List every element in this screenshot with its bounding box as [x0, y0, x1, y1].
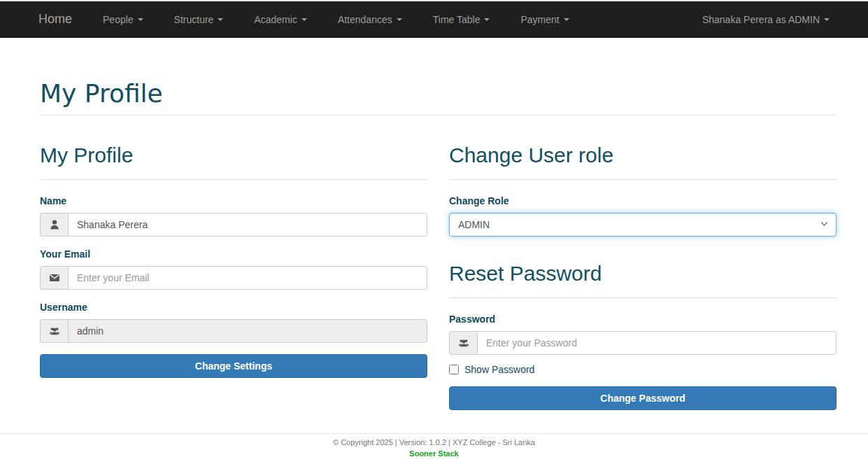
content-row: My Profile Name Your Email — [40, 143, 837, 410]
password-input[interactable] — [477, 331, 837, 355]
name-input[interactable] — [68, 213, 427, 237]
nav-menu: People Structure Academic Attendances Ti… — [83, 14, 580, 25]
show-password-checkbox[interactable] — [449, 365, 459, 374]
nav-item-label: Time Table — [433, 14, 481, 25]
username-label: Username — [40, 302, 427, 313]
name-label: Name — [40, 195, 427, 206]
main-navbar: Home People Structure Academic Attendanc… — [0, 1, 868, 38]
role-section-title: Change User role — [449, 143, 837, 167]
username-input-group — [40, 319, 427, 343]
profile-section-title: My Profile — [40, 143, 427, 167]
users-icon — [449, 331, 477, 355]
caret-down-icon — [824, 18, 830, 21]
caret-down-icon — [218, 18, 223, 21]
profile-section-divider — [40, 179, 427, 180]
envelope-icon — [40, 266, 68, 290]
email-input[interactable] — [68, 266, 427, 290]
users-icon — [40, 319, 68, 343]
page-title-divider — [40, 115, 837, 115]
caret-down-icon — [138, 18, 143, 21]
nav-item-label: Structure — [174, 14, 214, 25]
password-label: Password — [449, 314, 837, 325]
caret-down-icon — [564, 18, 569, 21]
show-password-row: Show Password — [449, 364, 837, 375]
user-menu-label: Shanaka Perera as ADMIN — [702, 14, 820, 25]
nav-item-payment[interactable]: Payment — [510, 14, 579, 25]
profile-column: My Profile Name Your Email — [40, 143, 427, 410]
reset-password-section-title: Reset Password — [449, 262, 837, 285]
role-select-wrap: ADMIN — [449, 213, 837, 237]
page-container: My Profile My Profile Name Your Email — [40, 80, 837, 410]
nav-item-academic[interactable]: Academic — [243, 14, 317, 25]
name-input-group — [40, 213, 427, 237]
nav-item-structure[interactable]: Structure — [164, 14, 234, 25]
caret-down-icon — [397, 18, 402, 21]
role-select[interactable]: ADMIN — [449, 213, 837, 237]
nav-item-label: Attendances — [338, 14, 392, 25]
change-password-button[interactable]: Change Password — [449, 386, 837, 410]
user-menu-dropdown[interactable]: Shanaka Perera as ADMIN — [692, 14, 840, 25]
nav-item-time-table[interactable]: Time Table — [422, 14, 501, 25]
show-password-label: Show Password — [464, 364, 534, 375]
nav-item-label: People — [103, 14, 134, 25]
copyright-text: © Copyright 2025 | Version: 1.0.2 | XYZ … — [0, 438, 868, 447]
role-section-divider — [449, 179, 837, 180]
nav-item-label: Payment — [520, 14, 559, 25]
page-title: My Profile — [40, 80, 837, 108]
caret-down-icon — [484, 18, 490, 21]
nav-item-label: Academic — [254, 14, 297, 25]
role-password-column: Change User role Change Role ADMIN Reset… — [449, 143, 837, 410]
change-settings-button[interactable]: Change Settings — [40, 354, 427, 378]
nav-item-people[interactable]: People — [92, 14, 154, 25]
email-label: Your Email — [40, 248, 427, 260]
nav-item-attendances[interactable]: Attendances — [327, 14, 413, 25]
caret-down-icon — [301, 18, 307, 21]
sooner-stack-link[interactable]: Sooner Stack — [409, 449, 458, 458]
change-role-label: Change Role — [449, 195, 837, 206]
user-icon — [40, 213, 68, 237]
reset-password-divider — [449, 297, 837, 298]
username-input — [68, 319, 427, 343]
email-input-group — [40, 266, 427, 290]
password-input-group — [449, 331, 837, 355]
nav-brand-home[interactable]: Home — [28, 12, 83, 27]
page-footer: © Copyright 2025 | Version: 1.0.2 | XYZ … — [0, 433, 868, 459]
